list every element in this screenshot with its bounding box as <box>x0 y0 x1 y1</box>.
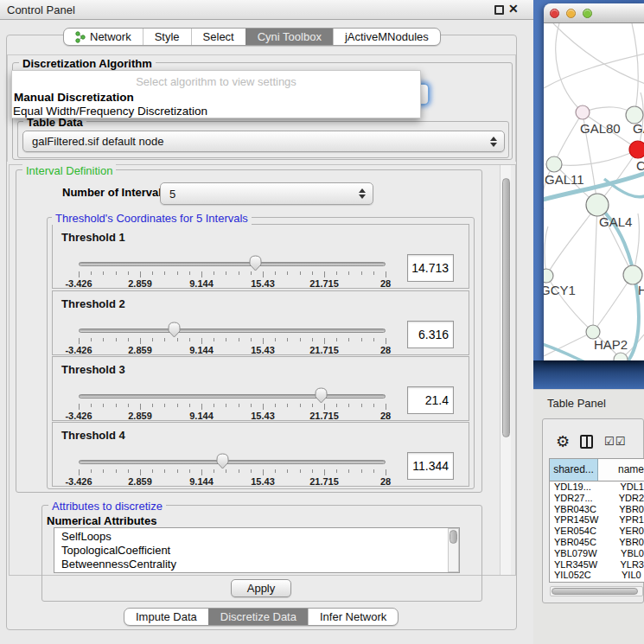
network-edge[interactable] <box>553 23 644 84</box>
attribute-list-item[interactable]: TopologicalCoefficient <box>54 544 459 558</box>
attributes-list-scrollbar[interactable] <box>448 528 459 572</box>
node-attribute-table[interactable]: shared... name YDL19...YDL1YDR27...YDR2Y… <box>549 458 644 583</box>
slider-tick <box>103 338 104 341</box>
network-node[interactable] <box>546 156 562 172</box>
network-canvas[interactable]: GAL80GACGAL11GAL4GCY1HHAP2 <box>544 23 644 360</box>
slider-track[interactable] <box>79 262 386 266</box>
slider-track[interactable] <box>79 394 386 399</box>
dropdown-item-equal-width-frequency[interactable]: Equal Width/Frequency Discretization <box>13 105 207 118</box>
table-data-combobox[interactable]: galFiltered.sif default node <box>22 131 505 152</box>
slider-thumb[interactable] <box>249 255 262 271</box>
tab-style[interactable]: Style <box>143 29 191 45</box>
cell-name[interactable]: YDR2 <box>614 493 644 504</box>
network-window-titlebar[interactable] <box>544 3 644 23</box>
tab-cyni-toolbox[interactable]: Cyni Toolbox <box>245 29 333 45</box>
network-node-label: GA <box>633 121 644 136</box>
table-row[interactable]: YBR043CYBR0 <box>550 504 644 515</box>
tab-jactivemnodules[interactable]: jActiveMNodules <box>333 29 440 45</box>
table-row[interactable]: YER054CYER0 <box>550 526 644 537</box>
cell-name[interactable]: YER0 <box>614 526 644 537</box>
table-row[interactable]: YDL19...YDL1 <box>550 481 644 493</box>
network-edge[interactable] <box>544 54 644 88</box>
close-icon[interactable]: ✕ <box>508 2 519 16</box>
cell-shared-name[interactable]: YLR345W <box>550 559 615 571</box>
tab-select[interactable]: Select <box>191 29 245 45</box>
table-row[interactable]: YBR045CYBR0 <box>550 537 644 548</box>
table-hscrollbar[interactable] <box>550 586 643 596</box>
attribute-list-item[interactable]: SelfLoops <box>54 530 459 544</box>
minimize-traffic-light-icon[interactable] <box>566 9 576 18</box>
cell-name[interactable]: YPR1 <box>614 514 644 526</box>
table-row[interactable]: YPR145WYPR1 <box>550 514 644 526</box>
network-icon <box>75 31 86 43</box>
number-of-intervals-spinner[interactable]: 5 <box>160 182 373 205</box>
attributes-list-scrollbar-thumb[interactable] <box>450 530 457 544</box>
gear-icon[interactable]: ⚙ <box>556 432 570 451</box>
cell-shared-name[interactable]: YDR27... <box>550 493 614 504</box>
table-row[interactable]: YBL079WYBL0 <box>550 548 644 559</box>
threshold-slider[interactable]: -3.4262.8599.14415.4321.71528 <box>79 385 386 419</box>
threshold-value-field[interactable]: 11.344 <box>407 452 454 480</box>
settings-scrollbar[interactable] <box>500 165 511 575</box>
table-row[interactable]: YDR27...YDR2 <box>550 493 644 504</box>
network-edge[interactable] <box>593 205 597 332</box>
threshold-slider[interactable]: -3.4262.8599.14415.4321.71528 <box>79 252 386 287</box>
dropdown-item-manual-discretization[interactable]: Manual Discretization <box>14 91 134 104</box>
cell-name[interactable]: YBR0 <box>614 504 644 515</box>
attribute-list-item[interactable]: BetweennessCentrality <box>54 558 459 571</box>
cell-shared-name[interactable]: YBR043C <box>550 504 614 515</box>
network-edge[interactable] <box>544 332 593 356</box>
numerical-attributes-list[interactable]: SelfLoopsTopologicalCoefficientBetweenne… <box>54 527 460 573</box>
slider-track[interactable] <box>79 460 386 464</box>
network-edge[interactable] <box>554 112 583 164</box>
network-edge[interactable] <box>554 150 638 165</box>
settings-scrollbar-thumb[interactable] <box>502 178 510 437</box>
column-header-name[interactable]: name <box>598 459 644 481</box>
close-traffic-light-icon[interactable] <box>550 9 559 18</box>
network-node[interactable] <box>623 265 642 284</box>
network-node[interactable] <box>586 194 609 216</box>
cell-name[interactable]: YLR3 <box>615 559 644 571</box>
cell-shared-name[interactable]: YER054C <box>550 526 614 537</box>
cell-shared-name[interactable]: YBL079W <box>550 548 615 559</box>
network-node[interactable] <box>576 105 590 119</box>
slider-thumb[interactable] <box>216 453 229 469</box>
table-hscrollbar-thumb[interactable] <box>552 588 638 595</box>
threshold-slider[interactable]: -3.4262.8599.14415.4321.71528 <box>79 319 386 354</box>
cell-name[interactable]: YIL0 <box>616 570 644 581</box>
network-node[interactable] <box>544 269 553 283</box>
threshold-value-field[interactable]: 21.4 <box>407 386 454 414</box>
cell-name[interactable]: YDL1 <box>615 481 644 493</box>
cell-name[interactable]: YBL0 <box>615 548 644 559</box>
zoom-traffic-light-icon[interactable] <box>583 9 592 18</box>
network-node[interactable] <box>629 141 644 158</box>
tab-impute-data[interactable]: Impute Data <box>124 609 208 625</box>
threshold-value-field[interactable]: 14.713 <box>407 254 454 282</box>
threshold-slider[interactable]: -3.4262.8599.14415.4321.71528 <box>79 450 386 485</box>
network-edge[interactable] <box>593 275 633 332</box>
tab-discretize-data[interactable]: Discretize Data <box>208 609 308 625</box>
table-row[interactable]: YIL052CYIL0 <box>550 570 644 581</box>
slider-tick-label: 28 <box>380 476 391 487</box>
slider-tick <box>91 404 92 407</box>
tab-network[interactable]: Network <box>64 29 143 45</box>
cell-name[interactable]: YBR0 <box>614 537 644 548</box>
checkbox-checked-icons[interactable]: ☑☑ <box>604 435 626 448</box>
cell-shared-name[interactable]: YDL19... <box>550 481 615 493</box>
network-edge[interactable] <box>556 23 583 112</box>
cell-shared-name[interactable]: YIL052C <box>550 570 616 581</box>
cell-shared-name[interactable]: YPR145W <box>550 514 614 526</box>
tab-infer-network[interactable]: Infer Network <box>308 609 398 625</box>
cell-shared-name[interactable]: YBR045C <box>550 537 614 548</box>
slider-track[interactable] <box>79 328 386 333</box>
threshold-value-field[interactable]: 6.316 <box>407 321 454 348</box>
apply-button[interactable]: Apply <box>231 579 291 597</box>
split-columns-icon[interactable] <box>580 435 593 449</box>
network-edge[interactable] <box>546 205 597 276</box>
column-header-shared[interactable]: shared... <box>550 459 598 481</box>
slider-thumb[interactable] <box>315 387 328 404</box>
float-window-icon[interactable] <box>494 5 504 15</box>
slider-thumb[interactable] <box>168 322 181 338</box>
network-edge[interactable] <box>632 23 638 115</box>
table-row[interactable]: YLR345WYLR3 <box>550 559 644 571</box>
